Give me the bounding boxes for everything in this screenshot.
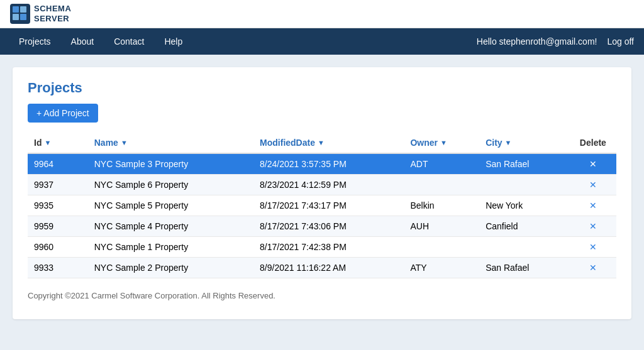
delete-button[interactable]: ✕	[589, 180, 597, 190]
filter-icon-owner[interactable]: ▼	[440, 139, 447, 146]
table-row[interactable]: 9964NYC Sample 3 Property8/24/2021 3:57:…	[28, 153, 616, 175]
page-title: Projects	[28, 80, 616, 96]
cell-id: 9959	[28, 216, 88, 237]
cell-name: NYC Sample 1 Property	[88, 237, 253, 258]
col-header-date: ModifiedDate ▼	[253, 133, 404, 153]
cell-id: 9964	[28, 153, 88, 175]
footer: Copyright ©2021 Carmel Software Corporat…	[28, 291, 616, 300]
logo-icon	[10, 4, 30, 24]
main-content: Projects + Add Project Id ▼ Name ▼	[0, 55, 644, 332]
nav-link-projects[interactable]: Projects	[10, 30, 60, 53]
cell-delete: ✕	[570, 216, 616, 237]
greeting-text: Hello stephenroth@gmail.com!	[477, 36, 597, 46]
cell-name: NYC Sample 2 Property	[88, 258, 253, 278]
filter-icon-id[interactable]: ▼	[44, 139, 51, 146]
nav-link-about[interactable]: About	[62, 30, 103, 53]
filter-icon-date[interactable]: ▼	[318, 139, 325, 146]
cell-owner: Belkin	[404, 195, 479, 216]
add-project-button[interactable]: + Add Project	[28, 104, 98, 123]
table-row[interactable]: 9937NYC Sample 6 Property8/23/2021 4:12:…	[28, 175, 616, 195]
delete-button[interactable]: ✕	[589, 200, 597, 211]
cell-id: 9937	[28, 175, 88, 195]
logo-area: SCHEMA SERVER	[10, 4, 71, 24]
svg-rect-3	[13, 14, 19, 20]
projects-card: Projects + Add Project Id ▼ Name ▼	[13, 67, 631, 319]
filter-icon-city[interactable]: ▼	[505, 139, 512, 146]
logoff-link[interactable]: Log off	[607, 36, 634, 46]
cell-id: 9935	[28, 195, 88, 216]
table-body: 9964NYC Sample 3 Property8/24/2021 3:57:…	[28, 153, 616, 278]
nav-user-area: Hello stephenroth@gmail.com! Log off	[477, 36, 634, 46]
delete-button[interactable]: ✕	[589, 242, 597, 252]
svg-rect-2	[20, 6, 26, 13]
col-header-city: City ▼	[479, 133, 570, 153]
cell-date: 8/23/2021 4:12:59 PM	[253, 175, 404, 195]
cell-owner	[404, 175, 479, 195]
nav-links: Projects About Contact Help	[10, 30, 477, 53]
cell-city: New York	[479, 195, 570, 216]
cell-id: 9960	[28, 237, 88, 258]
cell-owner: ADT	[404, 153, 479, 175]
copyright-text: Copyright ©2021 Carmel Software Corporat…	[28, 291, 275, 300]
cell-delete: ✕	[570, 175, 616, 195]
col-header-owner: Owner ▼	[404, 133, 479, 153]
cell-delete: ✕	[570, 153, 616, 175]
cell-city: Canfield	[479, 216, 570, 237]
cell-city	[479, 237, 570, 258]
cell-id: 9933	[28, 258, 88, 278]
top-header: SCHEMA SERVER	[0, 0, 644, 28]
table-row[interactable]: 9959NYC Sample 4 Property8/17/2021 7:43:…	[28, 216, 616, 237]
table-row[interactable]: 9960NYC Sample 1 Property8/17/2021 7:42:…	[28, 237, 616, 258]
nav-link-contact[interactable]: Contact	[105, 30, 153, 53]
cell-city	[479, 175, 570, 195]
filter-icon-name[interactable]: ▼	[121, 139, 128, 146]
cell-owner: ATY	[404, 258, 479, 278]
cell-date: 8/9/2021 11:16:22 AM	[253, 258, 404, 278]
cell-delete: ✕	[570, 237, 616, 258]
nav-bar: Projects About Contact Help Hello stephe…	[0, 28, 644, 55]
cell-name: NYC Sample 6 Property	[88, 175, 253, 195]
col-header-delete: Delete	[570, 133, 616, 153]
delete-button[interactable]: ✕	[589, 159, 597, 169]
table-row[interactable]: 9935NYC Sample 5 Property8/17/2021 7:43:…	[28, 195, 616, 216]
svg-rect-1	[13, 6, 19, 13]
cell-name: NYC Sample 4 Property	[88, 216, 253, 237]
nav-link-help[interactable]: Help	[155, 30, 191, 53]
cell-owner: AUH	[404, 216, 479, 237]
cell-delete: ✕	[570, 195, 616, 216]
table-row[interactable]: 9933NYC Sample 2 Property8/9/2021 11:16:…	[28, 258, 616, 278]
cell-name: NYC Sample 3 Property	[88, 153, 253, 175]
projects-table: Id ▼ Name ▼ ModifiedDate ▼	[28, 133, 616, 278]
cell-date: 8/17/2021 7:42:38 PM	[253, 237, 404, 258]
svg-rect-4	[20, 14, 26, 20]
col-header-id: Id ▼	[28, 133, 88, 153]
cell-delete: ✕	[570, 258, 616, 278]
delete-button[interactable]: ✕	[589, 263, 597, 273]
cell-name: NYC Sample 5 Property	[88, 195, 253, 216]
table-header-row: Id ▼ Name ▼ ModifiedDate ▼	[28, 133, 616, 153]
cell-date: 8/17/2021 7:43:17 PM	[253, 195, 404, 216]
col-header-name: Name ▼	[88, 133, 253, 153]
logo-text: SCHEMA SERVER	[34, 4, 71, 23]
cell-city: San Rafael	[479, 153, 570, 175]
cell-owner	[404, 237, 479, 258]
delete-button[interactable]: ✕	[589, 221, 597, 231]
cell-date: 8/17/2021 7:43:06 PM	[253, 216, 404, 237]
cell-date: 8/24/2021 3:57:35 PM	[253, 153, 404, 175]
cell-city: San Rafael	[479, 258, 570, 278]
